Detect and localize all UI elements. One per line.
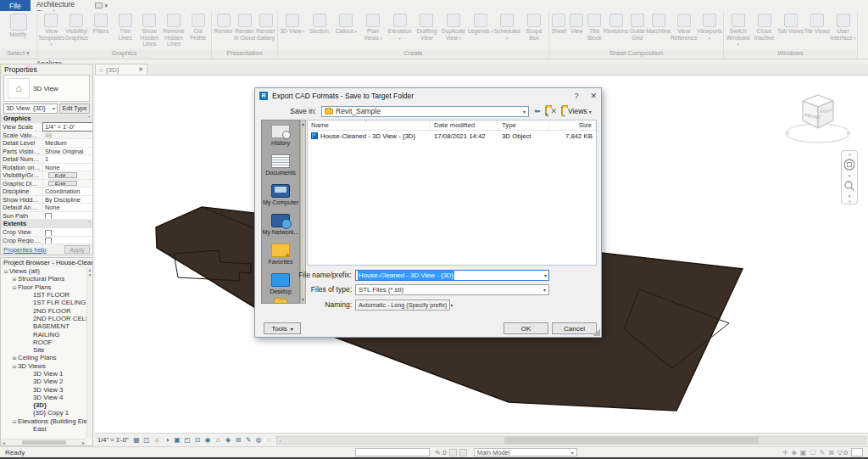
property-value[interactable]: 48	[43, 132, 92, 139]
view-control-icon[interactable]: ▦	[132, 435, 142, 445]
ribbon-button[interactable]: Close Inactive	[751, 11, 777, 48]
view-control-icon[interactable]: ◑	[163, 435, 172, 445]
properties-help-link[interactable]: Properties help	[3, 246, 46, 254]
files-of-type-combobox[interactable]: STL Files (*.stl) ▾	[355, 284, 549, 295]
scroll-right-arrow-icon[interactable]: ►	[81, 440, 86, 445]
property-value[interactable]: Medium	[43, 139, 92, 147]
ribbon-button[interactable]: Show Hidden Lines	[137, 11, 162, 48]
browser-horizontal-scrollbar[interactable]: ◄ ►	[1, 439, 86, 445]
tree-item[interactable]: ⊟ Elevations (Building Eleva	[1, 417, 92, 425]
ribbon-button[interactable]: Modify	[5, 11, 31, 38]
ribbon-button[interactable]: View Templates	[38, 11, 64, 48]
view-tab-3d[interactable]: ⌂ {3D} ✕	[95, 64, 147, 75]
cancel-button[interactable]: Cancel	[552, 322, 597, 334]
workset-combobox[interactable]	[355, 448, 430, 456]
view-control-icon[interactable]: ◍	[254, 435, 264, 445]
view-control-icon[interactable]: ⊡	[193, 435, 203, 445]
new-folder-button[interactable]: +	[561, 107, 563, 115]
tree-item[interactable]: 1ST FLR CELING	[1, 299, 92, 306]
tree-item[interactable]: {3D} Copy 1	[1, 409, 92, 417]
property-row[interactable]: Crop View	[1, 228, 92, 237]
view-control-icon[interactable]: ◰	[183, 435, 192, 445]
view-control-icon[interactable]: ◉	[203, 435, 213, 445]
selection-filter-indicator[interactable]: ▽:0	[837, 449, 848, 456]
ribbon-button[interactable]: User Interface	[830, 11, 856, 48]
ribbon-button[interactable]: Scope Box	[521, 11, 548, 41]
view-control-icon[interactable]: ☼	[153, 435, 162, 445]
ribbon-button[interactable]: Tab Views	[777, 11, 804, 48]
property-row[interactable]: Crop Region Visible	[1, 237, 92, 245]
property-row[interactable]: Default Analysis None	[1, 204, 92, 212]
viewcube[interactable]: FRONT RIGHT	[780, 84, 856, 150]
tree-expand-icon[interactable]: ⊞	[11, 276, 18, 282]
property-value[interactable]: 1/4" = 1'-0"	[43, 123, 92, 131]
ribbon-button[interactable]: Viewports	[697, 11, 722, 41]
view-control-icon[interactable]: ✎	[244, 435, 253, 445]
property-row[interactable]: Show Hidden Lines By Discipline	[1, 196, 92, 204]
ribbon-button[interactable]: Drafting View	[414, 11, 440, 41]
tree-item[interactable]: East	[1, 425, 92, 433]
property-row[interactable]: Graphic Display Edit...	[1, 180, 92, 188]
zoom-region-icon[interactable]	[843, 180, 855, 192]
tree-item[interactable]: ⊟ Floor Plans	[1, 283, 92, 291]
status-square-icon[interactable]	[449, 449, 457, 456]
tree-item[interactable]: ROOF	[1, 339, 92, 346]
scrollbar-thumb[interactable]	[504, 437, 759, 444]
file-name-cell[interactable]: House-Cleaned - 3D View - {3D}	[308, 132, 431, 140]
property-value[interactable]	[43, 212, 92, 220]
property-row[interactable]: Detail Level Medium	[1, 139, 92, 148]
property-value[interactable]	[43, 237, 92, 244]
tree-item[interactable]: BASEMENT	[1, 322, 92, 330]
scale-button[interactable]: 1/4" = 1'-0"	[97, 436, 129, 444]
type-preview[interactable]: ⌂ 3D View	[3, 75, 90, 102]
selection-option-icon[interactable]: ◈	[792, 449, 797, 456]
column-header[interactable]: Type	[498, 120, 549, 130]
view-control-icon[interactable]: ⊞	[234, 435, 243, 445]
property-row[interactable]: Rotation on Sheet None	[1, 164, 92, 172]
property-row[interactable]: Discipline Coordination	[1, 188, 92, 196]
places-bar-item[interactable]: Documents	[262, 150, 299, 180]
view-control-icon[interactable]: ▣	[173, 435, 182, 445]
steering-wheel-icon[interactable]	[843, 158, 856, 171]
ribbon-button[interactable]: Section	[306, 11, 332, 41]
tree-item[interactable]: {3D}	[1, 401, 92, 409]
selection-option-icon[interactable]: ⊠	[828, 449, 834, 456]
up-one-level-button[interactable]: ↰	[545, 107, 547, 115]
dialog-resize-grip[interactable]	[593, 329, 600, 336]
edit-type-button[interactable]: Edit Type	[59, 104, 90, 114]
tree-item[interactable]: 3D View 3	[1, 385, 92, 393]
property-row[interactable]: Parts Visibility Show Original	[1, 148, 92, 156]
ribbon-button[interactable]: Plan Views	[359, 11, 386, 41]
ok-button[interactable]: OK	[504, 322, 548, 334]
ribbon-button[interactable]: Matchline	[646, 11, 670, 41]
property-value[interactable]: Edit...	[48, 181, 77, 187]
property-row[interactable]: Visibility/Graphics Edit...	[1, 171, 92, 180]
ribbon-button[interactable]: Visibility/ Graphics	[64, 11, 89, 48]
panel-name-select[interactable]: Select ▾	[0, 49, 36, 59]
back-button-icon[interactable]: ⬅	[534, 107, 541, 115]
tree-expand-icon[interactable]: ⊟	[11, 284, 18, 290]
tree-item[interactable]: ⊞ Ceiling Plans	[1, 354, 92, 361]
tree-item[interactable]: Site	[1, 346, 92, 354]
ribbon-button[interactable]: Guide Grid	[628, 11, 646, 41]
property-value[interactable]: Show Original	[43, 148, 92, 155]
dialog-title-bar[interactable]: R Export CAD Formats - Save to Target Fo…	[255, 88, 601, 103]
ribbon-button[interactable]: Elevation	[387, 11, 413, 41]
column-header[interactable]: Date modified	[431, 120, 498, 130]
places-bar-item[interactable]: History	[262, 120, 299, 150]
tree-item[interactable]: ⊟ 3D Views	[1, 362, 92, 370]
property-value[interactable]: By Discipline	[43, 196, 92, 204]
view-control-icon[interactable]: ◫	[142, 435, 152, 445]
ribbon-button[interactable]: Title Block	[586, 11, 604, 41]
ribbon-button[interactable]: Callout	[333, 11, 359, 41]
status-square-icon[interactable]	[459, 449, 467, 456]
property-row[interactable]: Sun Path	[1, 212, 92, 221]
property-row[interactable]: Detail Number 1	[1, 155, 92, 164]
dialog-close-button[interactable]: ✕	[590, 92, 597, 100]
tree-item[interactable]: 2ND FLOOR CELING	[1, 315, 92, 322]
tree-item[interactable]: 2ND FLOOR	[1, 306, 92, 314]
tools-menu-button[interactable]: Tools ▾	[264, 322, 301, 334]
places-bar-item[interactable]: Favorites	[262, 239, 299, 269]
scroll-left-arrow-icon[interactable]: ‹	[277, 438, 284, 443]
naming-combobox[interactable]: Automatic - Long (Specify prefix) ▾	[355, 299, 450, 311]
